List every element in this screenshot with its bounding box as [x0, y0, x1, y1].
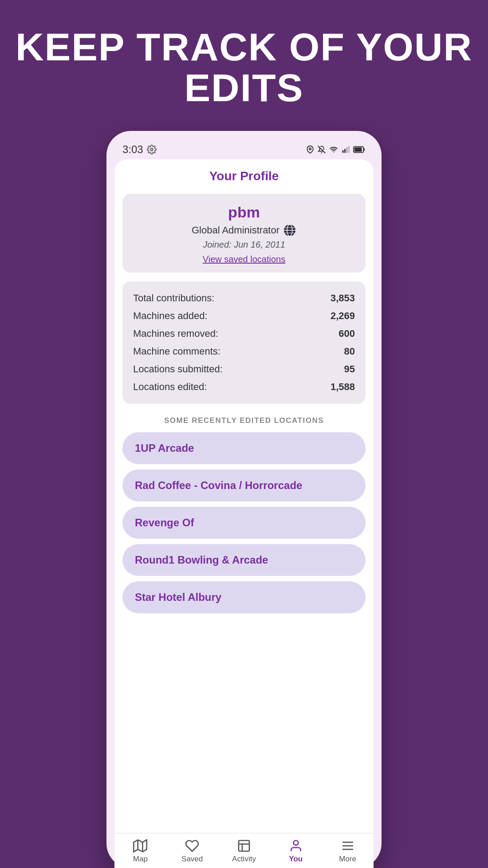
location-item-rad-coffee[interactable]: Rad Coffee - Covina / Horrorcade: [122, 470, 366, 501]
svg-rect-17: [239, 840, 249, 851]
location-name: 1UP Arcade: [135, 442, 194, 454]
svg-rect-6: [348, 146, 350, 153]
nav-item-activity[interactable]: Activity: [222, 839, 266, 864]
stat-label: Machines added:: [133, 310, 208, 322]
stat-label: Locations edited:: [133, 381, 207, 393]
profile-joined: Joined: Jun 16, 2011: [133, 240, 355, 250]
status-bar: 3:03: [114, 142, 374, 159]
svg-point-20: [293, 840, 298, 845]
nav-label-you: You: [289, 855, 303, 864]
heart-icon: [185, 839, 199, 853]
profile-card: pbm Global Administrator Joined: Jun 16,…: [122, 194, 366, 272]
svg-point-1: [309, 148, 311, 150]
status-time: 3:03: [122, 143, 157, 156]
stat-value: 95: [344, 363, 355, 375]
stat-value: 600: [338, 328, 355, 339]
location-item-revenge-of[interactable]: Revenge Of: [122, 507, 366, 539]
stat-value: 80: [344, 346, 355, 357]
activity-icon: [237, 839, 251, 853]
globe-icon: [283, 224, 296, 237]
signal-icon: [342, 146, 350, 154]
screen-content: Your Profile pbm Global Administrator Jo…: [114, 159, 374, 868]
location-name: Rad Coffee - Covina / Horrorcade: [135, 479, 302, 491]
nav-label-map: Map: [133, 855, 148, 864]
stat-row-locations-submitted: Locations submitted: 95: [133, 360, 355, 378]
hero-title: KEEP TRACK OF YOUR EDITS: [0, 27, 488, 109]
location-item-star-hotel[interactable]: Star Hotel Albury: [122, 581, 366, 613]
nav-label-activity: Activity: [232, 855, 256, 864]
profile-role: Global Administrator: [133, 224, 355, 237]
settings-icon: [147, 145, 157, 154]
phone-frame: 3:03: [106, 131, 382, 868]
mute-icon: [318, 146, 326, 154]
stat-value: 3,853: [331, 292, 355, 304]
status-icons: [306, 146, 366, 154]
stat-value: 2,269: [331, 310, 355, 322]
nav-item-you[interactable]: You: [274, 839, 318, 864]
nav-item-map[interactable]: Map: [118, 839, 162, 864]
wifi-icon: [329, 146, 338, 154]
svg-rect-8: [363, 148, 365, 151]
view-saved-locations-link[interactable]: View saved locations: [203, 254, 285, 264]
location-item-1up-arcade[interactable]: 1UP Arcade: [122, 432, 366, 464]
profile-username: pbm: [133, 204, 355, 221]
svg-rect-5: [346, 147, 348, 153]
more-icon: [341, 839, 355, 853]
nav-label-saved: Saved: [181, 855, 203, 864]
location-item-round1[interactable]: Round1 Bowling & Arcade: [122, 544, 366, 576]
map-icon: [133, 839, 147, 853]
location-name: Revenge Of: [135, 517, 194, 529]
nav-item-saved[interactable]: Saved: [170, 839, 214, 864]
svg-line-2: [318, 146, 326, 154]
location-name: Round1 Bowling & Arcade: [135, 554, 268, 566]
nav-item-more[interactable]: More: [326, 839, 370, 864]
person-icon: [289, 839, 303, 853]
stat-value: 1,588: [331, 381, 355, 393]
svg-rect-9: [354, 147, 362, 151]
stat-row-locations-edited: Locations edited: 1,588: [133, 378, 355, 396]
stat-label: Total contributions:: [133, 292, 214, 304]
stat-label: Locations submitted:: [133, 363, 223, 375]
stats-card: Total contributions: 3,853 Machines adde…: [122, 281, 366, 404]
svg-rect-4: [344, 149, 346, 153]
stat-row-machine-comments: Machine comments: 80: [133, 343, 355, 360]
svg-point-0: [150, 148, 153, 151]
page-title: Your Profile: [114, 159, 374, 189]
stat-label: Machines removed:: [133, 328, 218, 339]
battery-icon: [353, 146, 366, 153]
nav-label-more: More: [339, 855, 356, 864]
location-name: Star Hotel Albury: [135, 591, 221, 603]
stat-row-machines-added: Machines added: 2,269: [133, 307, 355, 325]
svg-rect-3: [342, 150, 344, 153]
stat-row-machines-removed: Machines removed: 600: [133, 325, 355, 343]
stat-row-total-contributions: Total contributions: 3,853: [133, 289, 355, 307]
recent-section-label: SOME RECENTLY EDITED LOCATIONS: [114, 416, 374, 425]
bottom-nav: Map Saved Activity: [114, 833, 374, 868]
stat-label: Machine comments:: [133, 346, 220, 357]
location-icon: [306, 146, 314, 154]
